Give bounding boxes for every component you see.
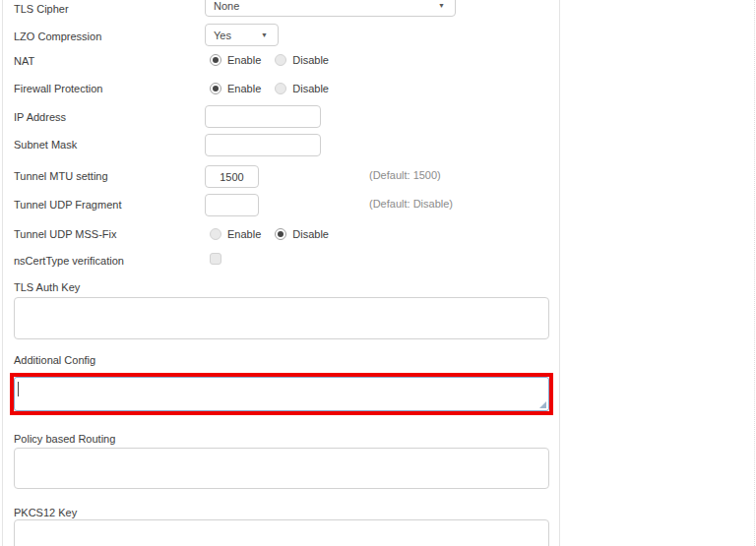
field-label-tls-cipher: TLS Cipher: [14, 3, 69, 16]
field-label-ip-address: IP Address: [14, 111, 66, 124]
lzo-compression-select[interactable]: Yes ▼: [205, 24, 279, 46]
nat-enable-label: Enable: [227, 54, 261, 66]
firewall-radio-group: Enable Disable: [210, 82, 343, 94]
tls-cipher-selected-value: None: [214, 0, 239, 12]
field-label-subnet-mask: Subnet Mask: [14, 139, 77, 152]
mssfix-disable-label: Disable: [292, 228, 329, 240]
firewall-enable-radio[interactable]: [210, 83, 221, 94]
field-label-policy-routing: Policy based Routing: [14, 433, 115, 446]
pkcs12-key-textarea[interactable]: [14, 519, 549, 546]
resize-handle-icon[interactable]: [539, 401, 546, 408]
mssfix-enable-radio[interactable]: [210, 228, 221, 240]
firewall-disable-label: Disable: [292, 83, 329, 94]
page-edge-divider: [754, 0, 755, 546]
chevron-down-icon: ▼: [261, 31, 268, 38]
field-label-tunnel-mtu: Tunnel MTU setting: [14, 170, 108, 183]
text-cursor: [18, 382, 19, 396]
nat-radio-group: Enable Disable: [210, 53, 343, 66]
mssfix-enable-label: Enable: [227, 228, 261, 240]
tunnel-mtu-input[interactable]: [205, 165, 259, 188]
tls-cipher-select[interactable]: None ▼: [205, 0, 456, 17]
tls-auth-key-textarea[interactable]: [14, 297, 549, 339]
additional-config-textarea[interactable]: [14, 377, 549, 411]
nat-disable-label: Disable: [292, 54, 329, 66]
panel-divider-right: [559, 0, 560, 546]
tunnel-udp-fragment-input[interactable]: [205, 194, 259, 216]
field-label-tunnel-udp-fragment: Tunnel UDP Fragment: [14, 199, 121, 212]
panel-divider-left: [2, 0, 3, 546]
nscerttype-checkbox[interactable]: [210, 253, 221, 265]
nat-enable-radio[interactable]: [210, 54, 221, 66]
field-label-tls-auth-key: TLS Auth Key: [14, 281, 80, 294]
nat-disable-radio[interactable]: [275, 54, 286, 66]
mssfix-disable-radio[interactable]: [275, 228, 286, 240]
field-label-tunnel-udp-mssfix: Tunnel UDP MSS-Fix: [14, 228, 117, 241]
field-label-additional-config: Additional Config: [14, 354, 95, 367]
field-label-nat: NAT: [14, 55, 34, 68]
firewall-disable-radio[interactable]: [275, 83, 286, 94]
lzo-compression-selected-value: Yes: [214, 30, 231, 41]
firewall-enable-label: Enable: [227, 83, 261, 94]
mssfix-radio-group: Enable Disable: [210, 227, 343, 240]
policy-routing-textarea[interactable]: [14, 448, 549, 489]
tunnel-udp-fragment-default-hint: (Default: Disable): [369, 198, 453, 210]
field-label-lzo-compression: LZO Compression: [14, 30, 101, 43]
tunnel-mtu-default-hint: (Default: 1500): [369, 169, 441, 181]
field-label-firewall-protection: Firewall Protection: [14, 83, 102, 95]
ip-address-input[interactable]: [205, 105, 321, 128]
field-label-nscerttype: nsCertType verification: [14, 255, 124, 268]
openvpn-config-panel: TLS Cipher None ▼ LZO Compression Yes ▼ …: [0, 0, 756, 546]
field-label-pkcs12-key: PKCS12 Key: [14, 507, 77, 519]
subnet-mask-input[interactable]: [205, 134, 321, 156]
chevron-down-icon: ▼: [438, 2, 445, 9]
